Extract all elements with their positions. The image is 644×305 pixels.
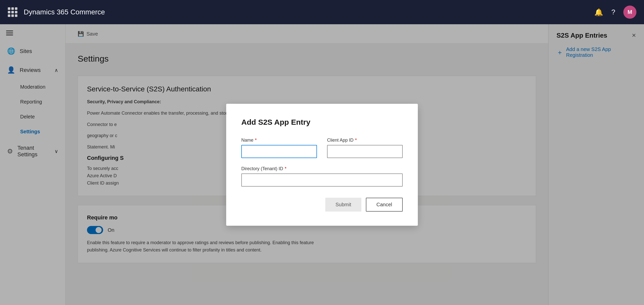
directory-id-required-star: * — [285, 166, 286, 171]
client-app-id-input[interactable] — [327, 145, 403, 158]
user-avatar[interactable]: M — [623, 6, 636, 19]
top-navigation: Dynamics 365 Commerce 🔔 ? M — [0, 0, 644, 24]
client-app-id-field-group: Client App ID * — [327, 138, 403, 158]
directory-id-label: Directory (Tenant) ID * — [241, 166, 403, 171]
name-label: Name * — [241, 138, 317, 143]
modal-title: Add S2S App Entry — [241, 118, 403, 126]
modal-overlay: Add S2S App Entry Name * Client App ID * — [0, 24, 644, 305]
modal-fields: Name * Client App ID * Directory (Tenant… — [241, 138, 403, 187]
add-s2s-modal: Add S2S App Entry Name * Client App ID * — [226, 104, 418, 226]
notification-icon[interactable]: 🔔 — [594, 8, 603, 16]
cancel-button[interactable]: Cancel — [366, 198, 403, 212]
name-required-star: * — [255, 138, 257, 143]
client-app-id-label: Client App ID * — [327, 138, 403, 143]
client-app-id-required-star: * — [355, 138, 357, 143]
submit-button[interactable]: Submit — [325, 198, 361, 212]
modal-actions: Submit Cancel — [241, 198, 403, 212]
name-input[interactable] — [241, 145, 317, 158]
app-grid-icon[interactable] — [8, 7, 18, 17]
help-icon[interactable]: ? — [611, 8, 615, 16]
app-title: Dynamics 365 Commerce — [24, 8, 594, 16]
directory-id-input[interactable] — [241, 173, 403, 187]
nav-icons: 🔔 ? M — [594, 6, 636, 19]
name-field-group: Name * — [241, 138, 317, 158]
directory-id-field-group: Directory (Tenant) ID * — [241, 166, 403, 187]
